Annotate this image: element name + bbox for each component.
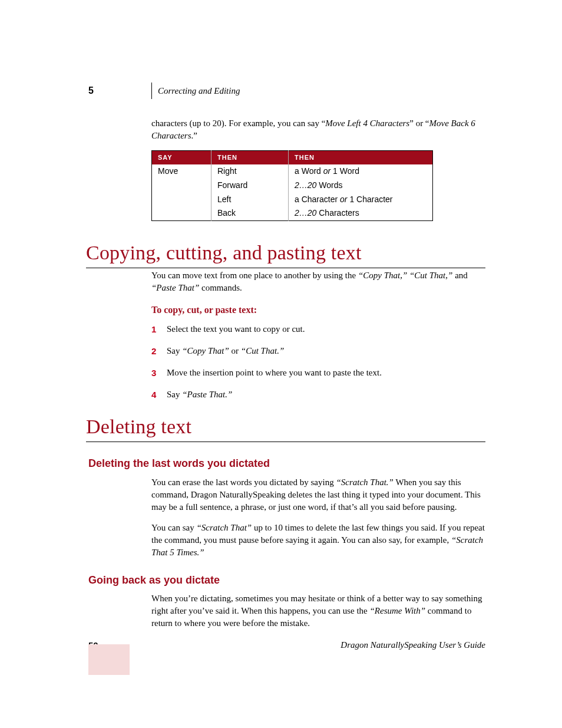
- doc-title: Dragon NaturallySpeaking User’s Guide: [340, 639, 485, 651]
- intro-paragraph: characters (up to 20). For example, you …: [151, 117, 485, 142]
- chapter-title: Correcting and Editing: [158, 85, 240, 97]
- going-back-para: When you’re dictating, sometimes you may…: [151, 592, 485, 630]
- deleting-para-1: You can erase the last words you dictate…: [151, 476, 485, 513]
- procedure-steps: 1 Select the text you want to copy or cu…: [151, 323, 485, 401]
- step: 4 Say “Paste That.”: [151, 388, 485, 401]
- copying-intro: You can move text from one place to anot…: [151, 269, 485, 294]
- table-row: Forward 2…20 Words: [152, 179, 433, 193]
- table-row: Left a Character or 1 Character: [152, 193, 433, 207]
- deleting-para-2: You can say “Scratch That” up to 10 time…: [151, 522, 485, 559]
- procedure-title: To copy, cut, or paste text:: [151, 304, 485, 317]
- section-title-copying: Copying, cutting, and pasting text: [86, 239, 485, 269]
- step: 2 Say “Copy That” or “Cut That.”: [151, 345, 485, 357]
- page-footer: 50 Dragon NaturallySpeaking User’s Guide: [88, 639, 485, 651]
- chapter-number: 5: [88, 84, 151, 97]
- move-command-table: SAY THEN THEN Move Right a Word or 1 Wor…: [151, 150, 433, 221]
- table-row: Back 2…20 Characters: [152, 206, 433, 220]
- step: 3 Move the insertion point to where you …: [151, 367, 485, 379]
- subsection-last-words: Deleting the last words you dictated: [88, 456, 485, 471]
- table-row: Move Right a Word or 1 Word: [152, 164, 433, 179]
- table-header-then-2: THEN: [289, 151, 433, 165]
- step: 1 Select the text you want to copy or cu…: [151, 323, 485, 335]
- subsection-going-back: Going back as you dictate: [88, 573, 485, 588]
- section-title-deleting: Deleting text: [86, 413, 485, 443]
- header-divider: [151, 83, 152, 99]
- page-header: 5 Correcting and Editing: [88, 83, 485, 97]
- table-header-say: SAY: [152, 151, 211, 165]
- table-header-then-1: THEN: [211, 151, 289, 165]
- page-tab-decoration: [88, 644, 130, 675]
